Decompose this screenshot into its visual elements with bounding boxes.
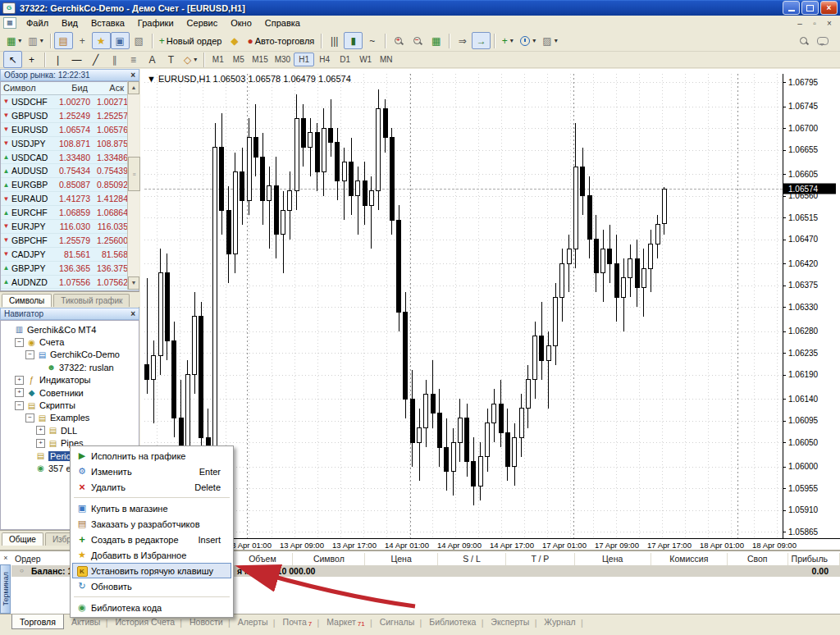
timeframe-m15-button[interactable]: M15 — [249, 53, 271, 66]
trendline-button[interactable]: ╱ — [86, 51, 105, 68]
timeframe-mn-button[interactable]: MN — [376, 53, 396, 66]
fibonacci-button[interactable]: ≡ — [124, 51, 143, 68]
market-watch-scrollbar[interactable]: ▲ ≡ ▼ — [127, 81, 139, 290]
context-menu-item-12[interactable]: ◉Библиотека кода — [72, 600, 231, 615]
crosshair-button[interactable]: + — [22, 51, 41, 68]
data-window-button[interactable]: + — [73, 32, 92, 49]
channel-button[interactable]: ∥ — [105, 51, 124, 68]
autotrading-button[interactable]: ●Авто-торговля — [244, 32, 317, 49]
terminal-col-4[interactable]: Символ — [293, 553, 365, 565]
tree-item-gerchikco-demo[interactable]: −▤GerchikCo-Demo — [1, 349, 139, 361]
context-menu-item-7[interactable]: +Создать в редактореInsert — [72, 532, 231, 547]
market-watch-toggle-button[interactable]: ▤ — [54, 32, 73, 49]
timeframe-w1-button[interactable]: W1 — [355, 53, 376, 66]
terminal-side-tab[interactable]: Терминал — [0, 564, 11, 614]
market-watch-row[interactable]: ▲EURGBP0.850870.85092 — [1, 178, 139, 192]
indicators-button[interactable]: +▾ — [498, 32, 517, 49]
market-watch-row[interactable]: ▲AUDUSD0.754340.75439 — [1, 164, 139, 178]
mdi-restore-button[interactable]: ▫ — [809, 19, 820, 28]
tree-item-советники[interactable]: +◆Советники — [1, 386, 139, 399]
collapse-icon[interactable]: − — [15, 338, 24, 347]
market-watch-col-1[interactable]: Символ — [1, 82, 54, 94]
context-menu-item-5[interactable]: ▣Купить в магазине — [72, 500, 231, 516]
collapse-icon[interactable]: − — [25, 350, 34, 359]
context-menu-item-2[interactable]: ⚙ИзменитьEnter — [72, 464, 231, 479]
expand-icon[interactable]: + — [15, 388, 24, 397]
bar-chart-button[interactable]: ||| — [325, 32, 344, 49]
market-watch-row[interactable]: ▲AUDNZD1.075561.07562 — [1, 276, 139, 290]
collapse-icon[interactable]: − — [15, 401, 24, 410]
tree-item-счета[interactable]: −◉Счета — [1, 336, 139, 348]
terminal-tab-7[interactable]: Маркет71| — [319, 614, 372, 629]
expand-icon[interactable]: + — [36, 426, 45, 435]
tree-item-examples[interactable]: −▤Examples — [1, 412, 139, 424]
text-label-button[interactable]: T — [162, 51, 180, 68]
strategy-tester-button[interactable]: ▧ — [130, 32, 148, 49]
new-chart-button[interactable]: ▦▾ — [3, 32, 25, 49]
market-watch-row[interactable]: ▲GBPJPY136.365136.375 — [1, 262, 139, 276]
market-watch-row[interactable]: ▼GBPCHF1.255791.25600 — [1, 234, 139, 248]
terminal-tab-1[interactable]: Торговля — [11, 614, 64, 629]
navigator-tab-1[interactable]: Общие — [2, 532, 43, 546]
timeframe-m30-button[interactable]: M30 — [272, 53, 294, 66]
text-button[interactable]: A — [143, 51, 162, 68]
terminal-toggle-button[interactable]: ▣ — [111, 32, 130, 49]
market-watch-row[interactable]: ▼CADJPY81.56181.568 — [1, 248, 139, 262]
collapse-icon[interactable]: − — [25, 413, 34, 423]
terminal-tab-6[interactable]: Почта7| — [276, 614, 320, 629]
cursor-button[interactable]: ↖ — [3, 51, 22, 68]
restore-button[interactable] — [801, 1, 819, 15]
market-watch-row[interactable]: ▼USDCHF1.002701.00271 — [1, 95, 139, 109]
tree-item-dll[interactable]: +▤DLL — [1, 424, 139, 436]
vertical-line-button[interactable]: | — [48, 51, 67, 68]
mdi-minimize-button[interactable]: – — [794, 19, 806, 28]
market-watch-col-2[interactable]: Бид — [54, 82, 90, 94]
terminal-tab-8[interactable]: Сигналы| — [372, 614, 422, 628]
candlestick-button[interactable]: ▮ — [344, 32, 363, 49]
terminal-tab-9[interactable]: Библиотека| — [422, 614, 483, 628]
terminal-col-7[interactable]: T / P — [506, 553, 574, 565]
context-menu-item-6[interactable]: ▤Заказать у разработчиков — [72, 516, 231, 532]
timeframe-m1-button[interactable]: M1 — [208, 53, 228, 66]
tree-item-индикаторы[interactable]: +ƒИндикаторы — [1, 374, 139, 386]
context-menu-item-3[interactable]: ×УдалитьDelete — [72, 479, 231, 495]
close-button[interactable]: × — [820, 1, 838, 15]
menu-6[interactable]: Окно — [224, 16, 258, 30]
navigator-close-icon[interactable]: × — [130, 309, 135, 318]
terminal-tab-5[interactable]: Алерты| — [231, 614, 276, 628]
terminal-col-11[interactable]: Прибыль — [788, 553, 840, 565]
periods-button[interactable]: ▾ — [517, 32, 539, 49]
expand-icon[interactable]: + — [36, 439, 45, 448]
candlestick-chart[interactable]: 1.067951.067451.067001.066551.066051.065… — [140, 69, 840, 550]
metaeditor-button[interactable]: ◆ — [225, 32, 244, 49]
minimize-button[interactable] — [783, 1, 800, 15]
menu-4[interactable]: Графики — [131, 16, 180, 30]
terminal-col-8[interactable]: Цена — [575, 553, 651, 565]
line-chart-button[interactable]: ~ — [363, 32, 381, 49]
tree-item-gerchik-co-mt4[interactable]: ▥Gerchik&Co MT4 — [1, 323, 139, 336]
zoom-in-button[interactable]: + — [389, 32, 408, 49]
scroll-up-icon[interactable]: ▲ — [128, 81, 139, 94]
market-watch-col-3[interactable]: Аск — [90, 82, 126, 94]
terminal-col-5[interactable]: Цена — [365, 553, 437, 565]
mdi-close-button[interactable]: × — [824, 19, 835, 28]
menu-5[interactable]: Сервис — [180, 16, 225, 30]
market-watch-row[interactable]: ▼EURUSD1.065741.06576 — [1, 123, 139, 137]
tree-item-скрипты[interactable]: −▤Скрипты — [1, 399, 139, 411]
chart-shift-button[interactable]: ⇒ — [453, 32, 472, 49]
tree-item-37322-ruslan[interactable]: ☻37322: ruslan — [1, 361, 139, 373]
tile-windows-button[interactable]: ▦ — [427, 32, 445, 49]
timeframe-h1-button[interactable]: H1 — [294, 53, 314, 66]
chat-button[interactable] — [813, 32, 832, 49]
terminal-tab-11[interactable]: Журнал| — [536, 614, 582, 628]
context-menu-item-9[interactable]: KУстановить горячую клавишу — [72, 563, 231, 578]
market-watch-row[interactable]: ▼GBPUSD1.252491.25257 — [1, 109, 139, 123]
menu-1[interactable]: Файл — [20, 16, 55, 30]
menu-7[interactable]: Справка — [258, 16, 307, 30]
navigator-toggle-button[interactable]: ★ — [92, 32, 111, 49]
chart-autoscroll-button[interactable]: → — [472, 32, 491, 49]
market-watch-row[interactable]: ▼EURJPY116.030116.035 — [1, 220, 139, 234]
market-watch-tab-1[interactable]: Символы — [2, 294, 52, 307]
timeframe-d1-button[interactable]: D1 — [335, 53, 355, 66]
context-menu-item-10[interactable]: ↻Обновить — [72, 578, 231, 594]
